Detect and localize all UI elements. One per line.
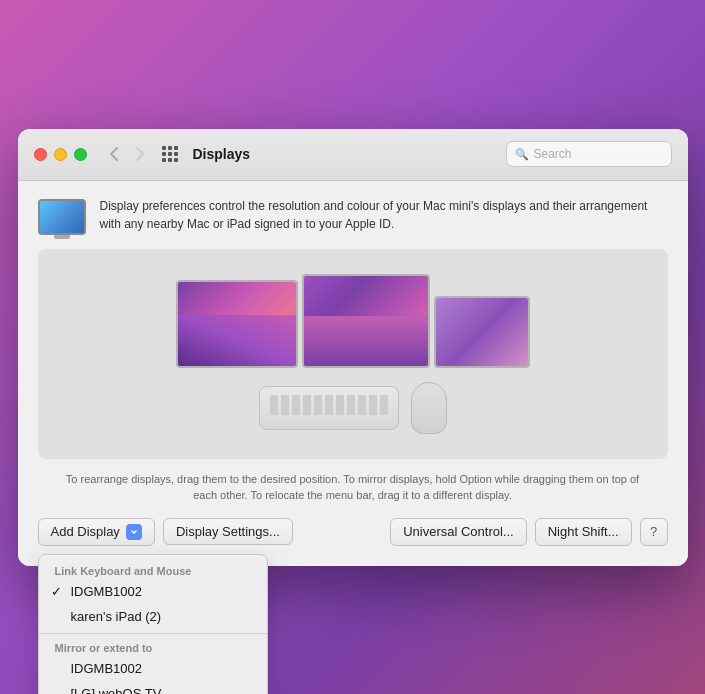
monitor-1[interactable] — [176, 280, 298, 368]
app-grid-button[interactable] — [159, 143, 181, 165]
add-display-chevron — [126, 524, 142, 540]
dropdown-separator — [39, 633, 267, 634]
window-title: Displays — [193, 146, 251, 162]
close-button[interactable] — [34, 148, 47, 161]
universal-control-button[interactable]: Universal Control... — [390, 518, 527, 546]
night-shift-label: Night Shift... — [548, 524, 619, 539]
back-button[interactable] — [103, 143, 125, 165]
hint-text: To rearrange displays, drag them to the … — [38, 471, 668, 504]
display-settings-button[interactable]: Display Settings... — [163, 518, 293, 545]
monitor-2-wallpaper — [304, 276, 428, 366]
monitor-1-wallpaper — [178, 282, 296, 366]
keyboard-area — [259, 382, 447, 434]
dropdown-item-idgmb1002-link[interactable]: IDGMB1002 — [39, 579, 267, 604]
add-display-label: Add Display — [51, 524, 120, 539]
monitor-3[interactable] — [434, 296, 530, 368]
buttons-row: Add Display Display Settings... Universa… — [38, 518, 668, 546]
displays-canvas — [38, 249, 668, 459]
dropdown-item-idgmb1002-mirror[interactable]: IDGMB1002 — [39, 656, 267, 681]
description-row: Display preferences control the resoluti… — [38, 197, 668, 235]
grid-icon — [162, 146, 178, 162]
mouse-image — [411, 382, 447, 434]
mirror-section-label: Mirror or extend to — [39, 638, 267, 656]
traffic-lights — [34, 148, 87, 161]
search-bar[interactable]: 🔍 Search — [506, 141, 672, 167]
monitor-3-wallpaper — [436, 298, 528, 366]
add-display-dropdown: Link Keyboard and Mouse IDGMB1002 karen'… — [38, 554, 268, 695]
night-shift-button[interactable]: Night Shift... — [535, 518, 632, 546]
monitors-row — [176, 274, 530, 368]
description-text: Display preferences control the resoluti… — [100, 197, 668, 233]
help-label: ? — [650, 524, 657, 539]
monitor-2[interactable] — [302, 274, 430, 368]
display-settings-label: Display Settings... — [176, 524, 280, 539]
display-icon — [38, 199, 86, 235]
right-buttons: Universal Control... Night Shift... ? — [390, 518, 667, 546]
search-icon: 🔍 — [515, 148, 529, 161]
minimize-button[interactable] — [54, 148, 67, 161]
link-section-label: Link Keyboard and Mouse — [39, 561, 267, 579]
keyboard-image — [259, 386, 399, 430]
fullscreen-button[interactable] — [74, 148, 87, 161]
nav-buttons — [103, 143, 151, 165]
help-button[interactable]: ? — [640, 518, 668, 546]
add-display-button[interactable]: Add Display — [38, 518, 155, 546]
content-area: Display preferences control the resoluti… — [18, 181, 688, 566]
titlebar: Displays 🔍 Search — [18, 129, 688, 181]
universal-control-label: Universal Control... — [403, 524, 514, 539]
dropdown-item-lg-tv[interactable]: [LG] webOS TV OLED65CX5LB — [39, 681, 267, 695]
search-placeholder: Search — [534, 147, 572, 161]
forward-button[interactable] — [129, 143, 151, 165]
main-window: Displays 🔍 Search Display preferences co… — [18, 129, 688, 566]
dropdown-item-karens-ipad-2-link[interactable]: karen's iPad (2) — [39, 604, 267, 629]
